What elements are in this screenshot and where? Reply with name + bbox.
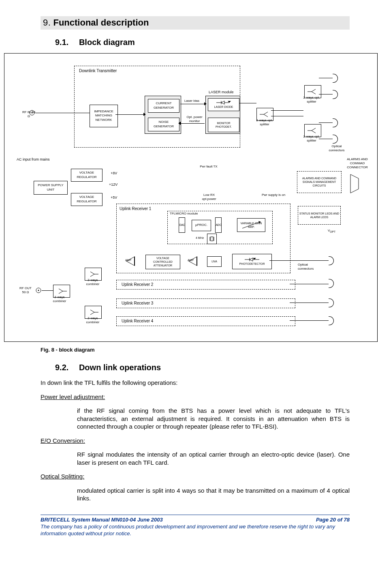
optical-connector-icon — [329, 316, 334, 325]
wire — [319, 139, 333, 139]
wire — [319, 94, 333, 94]
vopt-label: VOPT — [328, 229, 335, 234]
optical-connector-icon — [329, 279, 334, 288]
subsection-title: Down link operations — [79, 363, 161, 372]
optical-conn-label2: Optical connectors — [298, 263, 322, 271]
photodet-label: PHOTODETECTOR — [239, 262, 265, 266]
wire — [115, 114, 144, 115]
footer-doc-title: BRITECELL System Manual MN010-04 June 20… — [41, 517, 163, 524]
pla-heading: Power level adjustment: — [41, 393, 350, 401]
coax-icon — [29, 109, 35, 116]
optical-conn-label: Optical connectors — [325, 144, 349, 153]
footer-disclaimer: The company has a policy of continuous p… — [41, 524, 350, 537]
monitor-photodet-box: MONITOR PHOTODET. — [208, 118, 239, 132]
uplink3-label: Uplink Receiver 3 — [122, 300, 153, 306]
ac-input-label: AC input from mains — [17, 157, 50, 162]
varamp-box: VARIABLE GAIN AMP. — [237, 218, 265, 232]
v12-label: +12V — [109, 182, 117, 187]
combiner-icon — [87, 270, 99, 278]
optical-connector-icon — [329, 256, 334, 265]
coax-icon — [35, 287, 42, 294]
os-body: modulated optical carrier is split into … — [77, 487, 350, 502]
wire — [35, 113, 90, 113]
laser-diode-box: LASER DIODE — [208, 98, 239, 111]
svg-point-6 — [38, 290, 39, 291]
uproc-box: μPROC. — [192, 220, 211, 231]
uplink2-box: Uplink Receiver 2 — [116, 280, 295, 290]
eo-heading: E/O Conversion: — [41, 437, 350, 445]
combiner1-label: 2-ways combiner — [83, 278, 103, 287]
combiner3-label: 2-ways combiner — [83, 316, 103, 325]
rf-out-label: RF OUT 50 Ω — [17, 286, 34, 295]
optical-connector-icon — [333, 135, 338, 144]
status-leds-box: STATUS MONITOR LEDS AND ALARM LEDS — [298, 206, 341, 225]
subsection-heading: 9.1. Block diagram — [55, 37, 350, 47]
optical-connector-icon — [333, 90, 338, 99]
current-gen-box: CURRENT GENERATOR — [148, 99, 179, 113]
page-footer: BRITECELL System Manual MN010-04 June 20… — [41, 517, 350, 537]
wire — [290, 303, 329, 303]
optical-connector-icon — [333, 118, 338, 127]
subsection-heading: 9.2. Down link operations — [55, 362, 350, 373]
optical-connector-icon — [329, 298, 334, 307]
wire — [271, 116, 303, 116]
adc-box: A D C — [215, 217, 222, 233]
wire — [319, 122, 333, 123]
status-leds-label: STATUS MONITOR LEDS AND ALARM LEDS — [299, 212, 340, 219]
block-diagram: Downlink Transmitter RF IN 50 Ω IMPEDANC… — [4, 53, 378, 342]
downlink-tx-label: Downlink Transmitter — [79, 68, 117, 73]
alarms-conn-label: ALARMS AND COMMAD CONNECTOR — [343, 157, 372, 170]
vca-box: VOLTAGE CONTROLLED ATTENUATOR — [145, 255, 180, 269]
laser-bias-label: Laser bias — [184, 99, 199, 103]
alarms-mgmt-box: ALARMS AND COMMAND SIGNALS MANAGEMENT CI… — [297, 171, 342, 193]
optical-connector-icon — [333, 74, 338, 83]
splitter-main-label: 2-ways opt. splitter — [253, 118, 276, 127]
pla-body: if the RF signal coming from the BTS has… — [77, 407, 350, 431]
uplink4-box: Uplink Receiver 4 — [116, 316, 295, 326]
subsection-number: 9.1. — [55, 38, 68, 47]
crystal-box — [207, 234, 217, 244]
os-heading: Optical Splitting: — [41, 472, 350, 481]
laser-module-label: LASER module — [209, 90, 234, 95]
pwr-on-label: Pwr supply is on — [261, 193, 286, 197]
wire — [271, 110, 303, 111]
amp2-label: AMP — [188, 258, 194, 262]
vreg1-box: VOLTAGE REGULATOR — [71, 169, 103, 182]
subsection-number: 9.2. — [55, 363, 68, 372]
uplink4-label: Uplink Receiver 4 — [122, 318, 153, 324]
combiner2-label: 2-ways combiner — [50, 295, 69, 304]
photodetector-box: PHOTODETECTOR — [232, 254, 272, 269]
wire — [290, 284, 329, 284]
wire — [180, 123, 205, 124]
psu-box: POWER SUPPLY UNIT — [34, 181, 68, 195]
low-rx-label: Low RX opt.power — [199, 193, 219, 202]
dac-box: D A C — [179, 217, 185, 233]
wire — [290, 320, 329, 321]
noise-gen-box: NOISE GENERATOR — [148, 118, 179, 131]
amp1-label: AMP — [125, 258, 131, 262]
svg-rect-2 — [211, 237, 213, 241]
laser-diode-label: LASER DIODE — [214, 105, 233, 109]
eo-body: RF signal modulates the intensity of an … — [77, 451, 350, 466]
opt-power-label: Opt. power monitor — [184, 115, 205, 124]
varamp-icon — [239, 220, 263, 230]
vreg2-box: VOLTAGE REGULATOR — [71, 193, 103, 206]
uplink1-label: Uplink Receiver 1 — [120, 206, 151, 211]
subsection-title: Block diagram — [79, 38, 135, 47]
photodiode-icon — [244, 257, 260, 262]
splitter-icon — [307, 88, 319, 96]
impedance-box: IMPEDANCE MATCHING NETWORK — [90, 105, 118, 127]
footer-rule — [41, 515, 350, 515]
alarms-mgmt-label: ALARMS AND COMMAND SIGNALS MANAGEMENT CI… — [298, 176, 340, 187]
wire — [42, 290, 53, 291]
uplink2-label: Uplink Receiver 2 — [122, 282, 153, 287]
splitter-top-label: 2-ways opt. splitter — [300, 96, 323, 104]
wire — [180, 104, 205, 104]
tflmicro-label: TFLMICRO module — [170, 212, 198, 216]
section-heading: 9. Functional description — [41, 16, 350, 30]
figure-caption: Fig. 8 - block diagram — [41, 347, 350, 354]
v8-label: +8V — [111, 171, 117, 176]
section-title: Functional description — [53, 17, 149, 28]
splitter-icon — [307, 127, 319, 135]
mhz4-label: 4 MHz — [196, 236, 204, 240]
